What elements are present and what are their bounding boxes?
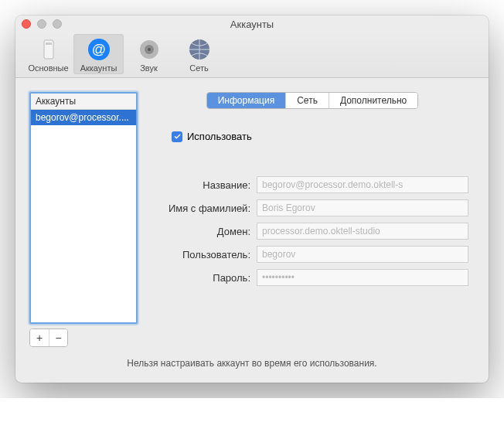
user-field[interactable] xyxy=(257,246,468,263)
add-account-button[interactable]: + xyxy=(30,329,49,346)
domain-field[interactable] xyxy=(257,223,468,240)
svg-point-6 xyxy=(148,48,151,51)
svg-text:@: @ xyxy=(91,42,105,57)
tab-advanced[interactable]: Дополнительно xyxy=(329,93,417,108)
account-form: Название: Имя с фамилией: Домен: Пользов… xyxy=(150,176,475,286)
slider-icon xyxy=(36,37,61,62)
toolbar-label: Сеть xyxy=(175,63,223,73)
window-close-button[interactable] xyxy=(22,19,31,29)
tab-info[interactable]: Информация xyxy=(207,93,285,108)
titlebar: Аккаунты xyxy=(15,15,489,32)
name-label: Название: xyxy=(150,179,250,191)
toolbar: Основные @ Аккаунты Звук Сеть xyxy=(15,32,489,78)
tab-network[interactable]: Сеть xyxy=(285,93,329,108)
accounts-list-header: Аккаунты xyxy=(31,94,136,110)
preferences-window: Аккаунты Основные @ Аккаунты Звук Сеть xyxy=(15,15,489,383)
footer-notice: Нельзя настраивать аккаунт во время его … xyxy=(15,355,489,383)
fullname-field[interactable] xyxy=(257,199,468,216)
user-label: Пользователь: xyxy=(150,249,250,260)
toolbar-item-sound[interactable]: Звук xyxy=(124,34,174,74)
check-icon xyxy=(174,133,181,140)
domain-label: Домен: xyxy=(150,226,250,237)
window-zoom-button[interactable] xyxy=(53,19,62,29)
name-field[interactable] xyxy=(257,176,468,193)
tab-segmented-control: Информация Сеть Дополнительно xyxy=(206,92,419,109)
password-field[interactable] xyxy=(257,269,468,286)
use-account-label: Использовать xyxy=(187,131,252,142)
toolbar-item-accounts[interactable]: @ Аккаунты xyxy=(73,34,124,74)
window-minimize-button[interactable] xyxy=(37,19,46,29)
list-controls: + − xyxy=(29,329,68,347)
speaker-icon xyxy=(137,37,162,62)
svg-rect-1 xyxy=(46,43,52,45)
toolbar-label: Звук xyxy=(125,63,172,73)
window-title: Аккаунты xyxy=(15,19,489,30)
at-icon: @ xyxy=(87,37,111,62)
remove-account-button[interactable]: − xyxy=(49,329,67,346)
globe-icon xyxy=(187,37,212,62)
toolbar-item-general[interactable]: Основные xyxy=(23,34,73,74)
accounts-list[interactable]: Аккаунты begorov@processor.... xyxy=(29,92,138,324)
fullname-label: Имя с фамилией: xyxy=(150,203,250,214)
toolbar-item-network[interactable]: Сеть xyxy=(174,34,224,74)
toolbar-label: Аккаунты xyxy=(75,63,122,73)
toolbar-label: Основные xyxy=(25,63,72,73)
use-account-checkbox[interactable] xyxy=(172,131,182,142)
password-label: Пароль: xyxy=(150,272,250,284)
accounts-list-item[interactable]: begorov@processor.... xyxy=(31,110,136,125)
